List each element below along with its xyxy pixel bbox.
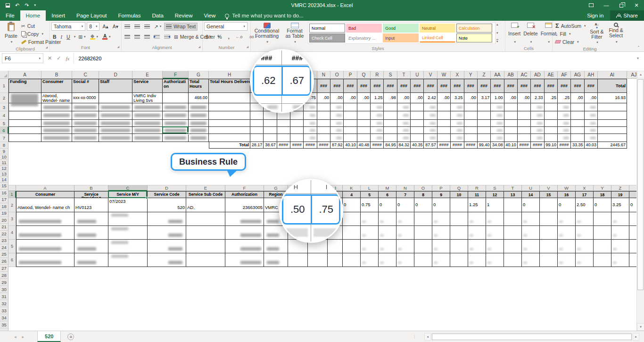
cell[interactable]: .00	[518, 93, 531, 103]
cell[interactable]: ###	[397, 79, 411, 93]
cell[interactable]	[74, 226, 108, 240]
cell[interactable]: ###	[518, 79, 531, 93]
scroll-down-icon[interactable]: ▾	[637, 323, 644, 331]
cancel-icon[interactable]: ✕	[48, 55, 52, 61]
cell[interactable]	[148, 212, 186, 226]
cell[interactable]	[357, 120, 371, 127]
cell[interactable]	[518, 134, 531, 142]
cell[interactable]: Authorization	[225, 191, 264, 198]
row-header-9[interactable]: 9	[0, 149, 8, 154]
inner-column-header-X[interactable]: X	[576, 185, 594, 191]
cell[interactable]: ####	[277, 142, 290, 149]
column-header-W[interactable]: W	[438, 71, 451, 79]
cell[interactable]	[411, 134, 424, 142]
cell[interactable]	[99, 93, 132, 103]
cell[interactable]	[464, 111, 478, 120]
cell[interactable]	[16, 240, 74, 253]
cell[interactable]	[438, 134, 451, 142]
column-header-AE[interactable]: AE	[545, 71, 558, 79]
row-header-16[interactable]: 16	[0, 190, 8, 197]
cell[interactable]: Atwood, Wendel- name ch	[16, 198, 74, 212]
cell[interactable]	[209, 127, 250, 134]
cell[interactable]	[545, 127, 558, 134]
cell[interactable]	[8, 127, 41, 134]
cell[interactable]	[522, 253, 540, 267]
cell[interactable]: ###	[411, 79, 424, 93]
cell[interactable]	[432, 226, 450, 240]
cell[interactable]: 40.10	[344, 142, 357, 149]
cell[interactable]	[629, 191, 636, 198]
cell[interactable]: ####	[438, 142, 451, 149]
cell[interactable]: ###	[545, 79, 558, 93]
cell[interactable]	[629, 212, 636, 226]
cell[interactable]	[414, 226, 432, 240]
sort-filter-button[interactable]: A↓▼ Sort & Filter▾	[587, 22, 607, 45]
cell[interactable]: Consumer	[16, 191, 74, 198]
cell[interactable]: .00	[411, 93, 424, 103]
accounting-format-button[interactable]: $▾	[204, 34, 213, 40]
cell[interactable]: 10	[450, 191, 468, 198]
name-box[interactable]: F6▾	[2, 53, 43, 63]
cell[interactable]	[277, 127, 290, 134]
cell[interactable]	[464, 120, 478, 127]
row-header-4[interactable]: 4	[0, 111, 8, 120]
gallery-more-icon[interactable]: ▾	[496, 39, 498, 43]
cell[interactable]	[396, 212, 414, 226]
cell[interactable]: 19	[611, 191, 629, 198]
inner-column-header-W[interactable]: W	[558, 185, 576, 191]
cell[interactable]: Atwood, Wendel- name changed to	[41, 93, 72, 103]
cell[interactable]: Service	[132, 79, 163, 93]
cell[interactable]	[598, 127, 627, 134]
italic-button[interactable]: I	[59, 34, 64, 40]
cell[interactable]: VMRC Indiv Living Svs	[132, 93, 163, 103]
cell[interactable]	[225, 212, 264, 226]
clear-button[interactable]: Clear▾	[554, 38, 587, 46]
align-right-button[interactable]	[143, 35, 151, 39]
autosum-button[interactable]: ΣAutoSum▾	[554, 22, 587, 30]
cell[interactable]	[611, 226, 629, 240]
row-header-10[interactable]: 10	[0, 154, 8, 160]
dialog-launcher-icon[interactable]: ◢	[246, 44, 248, 50]
cell[interactable]	[518, 111, 531, 120]
cell[interactable]	[411, 127, 424, 134]
row-header-29[interactable]: 29	[0, 279, 8, 286]
cell[interactable]	[209, 103, 250, 111]
cell[interactable]	[148, 226, 186, 240]
cell[interactable]: Authorization	[163, 79, 189, 93]
cell[interactable]	[558, 253, 576, 267]
cell-style-input[interactable]: Input	[383, 33, 419, 42]
column-header-C[interactable]: C	[72, 71, 99, 79]
inner-column-header-T[interactable]: T	[504, 185, 522, 191]
cell[interactable]: 40.03	[585, 142, 598, 149]
cell[interactable]	[522, 226, 540, 240]
cell[interactable]: 3.25	[451, 93, 464, 103]
new-sheet-button[interactable]: +	[67, 334, 74, 340]
column-header-D[interactable]: D	[99, 71, 132, 79]
cell[interactable]	[361, 240, 379, 253]
cell[interactable]: .00	[317, 93, 330, 103]
column-header-V[interactable]: V	[424, 71, 437, 79]
cell[interactable]	[629, 240, 636, 253]
row-header-17[interactable]: 17	[0, 196, 8, 203]
row-header-11[interactable]: 11	[0, 160, 8, 166]
column-header-F[interactable]: F	[163, 71, 189, 79]
cell[interactable]	[317, 111, 330, 120]
cell[interactable]: Staff	[99, 79, 132, 93]
cell[interactable]	[163, 142, 189, 149]
cell[interactable]	[594, 212, 611, 226]
vertical-scrollbar[interactable]: ▴ ▾	[636, 71, 644, 331]
row-header-27[interactable]: 27	[0, 265, 8, 272]
cell[interactable]: 15	[540, 191, 558, 198]
cell[interactable]	[16, 253, 74, 267]
cell[interactable]: 2445.67	[598, 142, 627, 149]
column-header-X[interactable]: X	[451, 71, 464, 79]
cell[interactable]: 07/2023	[108, 198, 148, 212]
inner-column-header-R[interactable]: R	[468, 185, 486, 191]
minimize-button[interactable]: —	[599, 0, 614, 10]
cell[interactable]: ###	[371, 79, 384, 93]
cell[interactable]: Service M/Y	[108, 191, 148, 198]
cell[interactable]	[317, 127, 330, 134]
cell[interactable]	[384, 103, 397, 111]
cell[interactable]	[357, 103, 371, 111]
align-middle-button[interactable]	[133, 25, 141, 28]
